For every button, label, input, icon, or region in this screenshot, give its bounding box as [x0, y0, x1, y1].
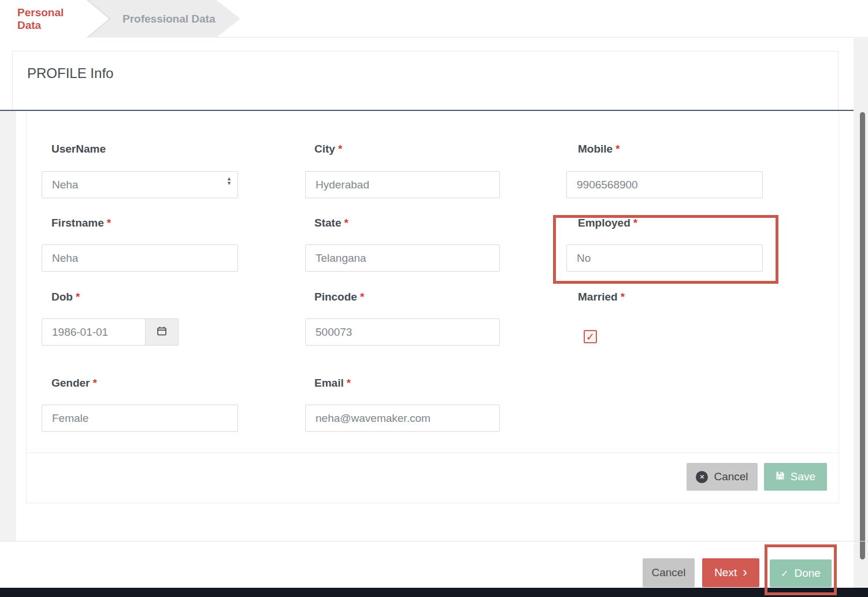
username-select-wrap: Neha ▲ ▼	[42, 171, 238, 198]
wizard-tabs-bar: Personal Data Professional Data	[0, 0, 868, 38]
gender-label: Gender*	[51, 377, 97, 390]
footer-done-label: Done	[794, 567, 820, 580]
chevron-right-icon: ›	[743, 567, 747, 577]
check-icon: ✓	[781, 568, 788, 579]
employed-input[interactable]	[566, 244, 763, 272]
gender-input[interactable]	[42, 405, 238, 432]
footer-next-button[interactable]: Next ›	[702, 558, 759, 587]
footer-cancel-button[interactable]: Cancel	[643, 558, 695, 587]
left-gutter	[0, 111, 16, 541]
form-save-label: Save	[791, 470, 815, 483]
footer-done-button[interactable]: ✓ Done	[770, 559, 832, 587]
footer-cancel-label: Cancel	[651, 566, 685, 579]
save-floppy-icon	[776, 470, 785, 483]
pincode-label: Pincode*	[314, 291, 364, 303]
dob-input[interactable]	[42, 318, 146, 346]
tab-professional-data[interactable]: Professional Data	[88, 0, 240, 38]
required-asterisk: *	[360, 291, 364, 303]
firstname-input[interactable]	[42, 244, 238, 272]
username-label: UserName	[51, 143, 106, 155]
footer-separator	[0, 541, 868, 542]
checkmark-icon: ✓	[586, 331, 595, 343]
required-asterisk: *	[93, 377, 97, 389]
state-input[interactable]	[305, 244, 500, 272]
state-label: State*	[314, 217, 348, 229]
required-asterisk: *	[347, 377, 351, 389]
actions-separator	[27, 453, 839, 453]
dob-label: Dob*	[51, 291, 80, 303]
pincode-input[interactable]	[305, 318, 500, 346]
required-asterisk: *	[338, 143, 342, 155]
form-save-button[interactable]: Save	[764, 463, 827, 491]
calendar-icon	[157, 326, 167, 339]
tab-personal-data-label: Personal Data	[17, 6, 87, 32]
tab-personal-data[interactable]: Personal Data	[0, 0, 87, 38]
firstname-label: Firstname*	[51, 217, 111, 229]
employed-label: Employed*	[578, 217, 637, 229]
city-input[interactable]	[305, 171, 500, 198]
scrollbar-thumb[interactable]	[860, 112, 865, 559]
required-asterisk: *	[76, 291, 80, 303]
email-input[interactable]	[305, 405, 500, 432]
required-asterisk: *	[621, 291, 625, 303]
required-asterisk: *	[633, 217, 637, 229]
mobile-label: Mobile*	[578, 143, 620, 155]
page-title: PROFILE Info	[27, 65, 113, 81]
profile-card-header: PROFILE Info	[12, 51, 839, 110]
tab-professional-data-label: Professional Data	[123, 13, 216, 25]
married-checkbox[interactable]: ✓	[584, 330, 597, 343]
profile-form-panel: UserName Neha ▲ ▼ City* Mobile* Firstnam…	[26, 111, 839, 503]
required-asterisk: *	[344, 217, 348, 229]
bottom-dark-bar	[0, 588, 868, 597]
required-asterisk: *	[615, 143, 620, 155]
email-label: Email*	[314, 377, 351, 390]
footer-next-label: Next	[714, 566, 737, 579]
username-select[interactable]: Neha	[42, 171, 238, 198]
cancel-circle-x-icon: ✕	[696, 471, 708, 483]
required-asterisk: *	[107, 217, 111, 229]
form-cancel-label: Cancel	[714, 470, 748, 483]
city-label: City*	[314, 143, 342, 155]
mobile-input[interactable]	[566, 171, 763, 198]
married-label: Married*	[578, 291, 625, 303]
dob-calendar-button[interactable]	[145, 318, 179, 346]
form-cancel-button[interactable]: ✕ Cancel	[687, 463, 758, 491]
